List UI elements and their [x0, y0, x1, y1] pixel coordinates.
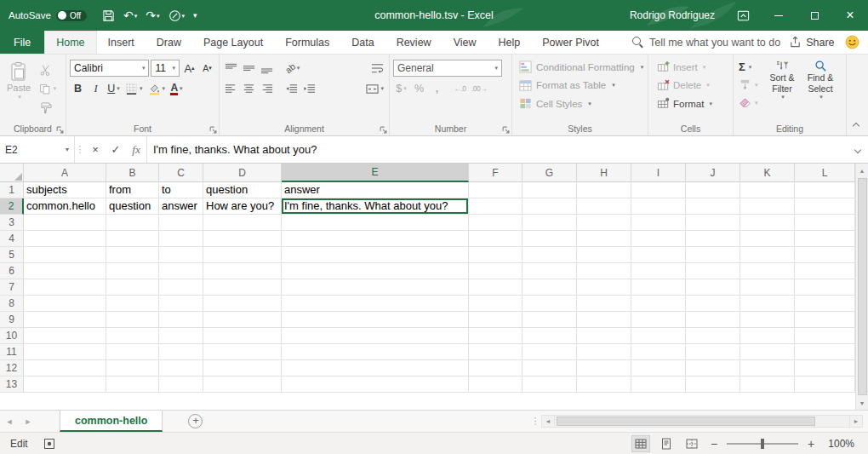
- cut-button[interactable]: [37, 61, 58, 78]
- column-header-H[interactable]: H: [577, 164, 631, 182]
- customize-quick-access-toolbar-button[interactable]: ▾: [190, 9, 201, 22]
- cell-L12[interactable]: [795, 360, 855, 376]
- cell-B12[interactable]: [106, 360, 159, 376]
- scroll-down-button[interactable]: ▼: [856, 396, 868, 410]
- cell-D13[interactable]: [203, 376, 282, 393]
- cell-H1[interactable]: [577, 182, 631, 198]
- delete-cells-button[interactable]: Delete▾: [652, 77, 729, 95]
- decrease-indent-button[interactable]: [283, 80, 300, 98]
- cell-G4[interactable]: [523, 231, 577, 247]
- borders-button[interactable]: ▾: [123, 80, 145, 98]
- cell-C6[interactable]: [159, 263, 203, 279]
- cell-J7[interactable]: [686, 279, 740, 296]
- cell-D11[interactable]: [203, 344, 282, 360]
- wrap-text-button[interactable]: [369, 60, 385, 78]
- horizontal-scroll-track[interactable]: [555, 415, 849, 428]
- cell-H3[interactable]: [577, 215, 631, 231]
- cell-D1[interactable]: question: [203, 182, 282, 198]
- cell-A13[interactable]: [24, 376, 106, 393]
- cell-H7[interactable]: [577, 279, 631, 296]
- cell-J9[interactable]: [686, 312, 740, 328]
- clear-button[interactable]: ▾: [737, 94, 760, 112]
- clipboard-dialog-launcher[interactable]: [55, 125, 64, 134]
- collapse-ribbon-button[interactable]: [849, 120, 863, 132]
- cell-L13[interactable]: [795, 376, 855, 393]
- cancel-button[interactable]: ×: [85, 136, 106, 163]
- cell-D4[interactable]: [203, 231, 282, 247]
- cell-F2[interactable]: [469, 198, 523, 215]
- formula-bar-expand-button[interactable]: [848, 136, 868, 163]
- scroll-right-button[interactable]: ►: [849, 415, 863, 428]
- copy-button[interactable]: ▾: [37, 80, 58, 97]
- cell-B11[interactable]: [106, 344, 159, 360]
- normal-view-button[interactable]: [631, 435, 650, 452]
- cell-L10[interactable]: [795, 328, 855, 344]
- cell-L9[interactable]: [795, 312, 855, 328]
- redo-button[interactable]: ↷▾: [142, 7, 163, 24]
- column-header-J[interactable]: J: [686, 164, 740, 182]
- cell-H5[interactable]: [577, 247, 631, 263]
- cell-D8[interactable]: [203, 296, 282, 312]
- cell-C5[interactable]: [159, 247, 203, 263]
- tab-scroll-divider[interactable]: ⋮: [529, 411, 541, 432]
- cell-A12[interactable]: [24, 360, 106, 376]
- cell-C4[interactable]: [159, 231, 203, 247]
- cell-D10[interactable]: [203, 328, 282, 344]
- cell-C10[interactable]: [159, 328, 203, 344]
- font-size-combo[interactable]: 11▾: [151, 60, 180, 77]
- cell-I13[interactable]: [631, 376, 686, 393]
- percent-style-button[interactable]: %: [411, 80, 427, 98]
- cell-I8[interactable]: [631, 296, 686, 312]
- cell-E12[interactable]: [282, 360, 469, 376]
- row-header-2[interactable]: 2: [0, 198, 24, 215]
- cell-C12[interactable]: [159, 360, 203, 376]
- column-header-L[interactable]: L: [795, 164, 855, 182]
- cell-J8[interactable]: [686, 296, 740, 312]
- cell-G1[interactable]: [523, 182, 577, 198]
- format-cells-button[interactable]: Format▾: [652, 95, 729, 113]
- cell-H10[interactable]: [577, 328, 631, 344]
- scroll-up-button[interactable]: ▲: [856, 164, 868, 177]
- cell-G3[interactable]: [523, 215, 577, 231]
- cell-B4[interactable]: [106, 231, 159, 247]
- cell-I6[interactable]: [631, 263, 686, 279]
- tab-power-pivot[interactable]: Power Pivot: [531, 31, 610, 54]
- cell-E11[interactable]: [282, 344, 469, 360]
- cell-F5[interactable]: [469, 247, 523, 263]
- cell-K4[interactable]: [740, 231, 795, 247]
- cell-B2[interactable]: question: [106, 198, 159, 215]
- cell-G7[interactable]: [523, 279, 577, 296]
- cell-A2[interactable]: common.hello: [24, 198, 106, 215]
- cell-C13[interactable]: [159, 376, 203, 393]
- cell-I3[interactable]: [631, 215, 686, 231]
- zoom-slider[interactable]: [727, 438, 798, 450]
- cell-H12[interactable]: [577, 360, 631, 376]
- cell-F11[interactable]: [469, 344, 523, 360]
- cell-G5[interactable]: [523, 247, 577, 263]
- cell-D6[interactable]: [203, 263, 282, 279]
- top-align-button[interactable]: [223, 60, 239, 78]
- cell-B3[interactable]: [106, 215, 159, 231]
- zoom-in-button[interactable]: +: [805, 437, 817, 451]
- cell-G13[interactable]: [523, 376, 577, 393]
- cell-B8[interactable]: [106, 296, 159, 312]
- row-header-9[interactable]: 9: [0, 312, 24, 328]
- format-as-table-button[interactable]: Format as Table▾: [516, 77, 644, 95]
- cell-J11[interactable]: [686, 344, 740, 360]
- italic-button[interactable]: I: [88, 80, 104, 98]
- cell-K12[interactable]: [740, 360, 795, 376]
- decrease-decimal-button[interactable]: .00→: [470, 80, 488, 98]
- cell-B10[interactable]: [106, 328, 159, 344]
- cell-G6[interactable]: [523, 263, 577, 279]
- cell-D3[interactable]: [203, 215, 282, 231]
- row-header-1[interactable]: 1: [0, 182, 24, 198]
- tab-review[interactable]: Review: [385, 31, 443, 54]
- sheet-nav-left-button[interactable]: ◄: [0, 411, 19, 432]
- cell-H13[interactable]: [577, 376, 631, 393]
- insert-cells-button[interactable]: Insert▾: [652, 58, 729, 77]
- minimize-button[interactable]: [761, 0, 797, 31]
- zoom-out-button[interactable]: −: [708, 437, 720, 451]
- cell-F12[interactable]: [469, 360, 523, 376]
- format-painter-button[interactable]: [37, 99, 58, 116]
- cell-B13[interactable]: [106, 376, 159, 393]
